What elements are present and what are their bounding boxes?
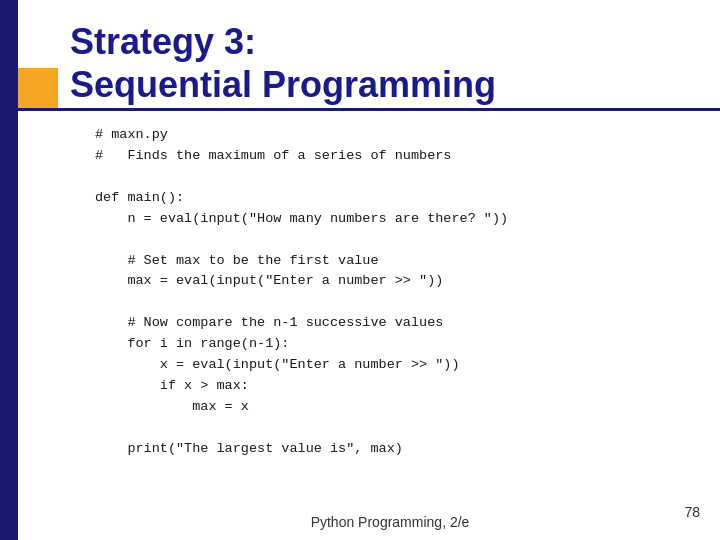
- footer: Python Programming, 2/e 78: [0, 514, 720, 530]
- title-area: Strategy 3: Sequential Programming: [70, 20, 700, 106]
- footer-page: 78: [684, 504, 700, 520]
- slide: Strategy 3: Sequential Programming # max…: [0, 0, 720, 540]
- code-line: [95, 167, 700, 188]
- code-line: [95, 230, 700, 251]
- code-line: # Now compare the n-1 successive values: [95, 313, 700, 334]
- code-line: n = eval(input("How many numbers are the…: [95, 209, 700, 230]
- code-line: for i in range(n-1):: [95, 334, 700, 355]
- code-line: # Set max to be the first value: [95, 251, 700, 272]
- code-line: x = eval(input("Enter a number >> ")): [95, 355, 700, 376]
- code-line: max = x: [95, 397, 700, 418]
- code-line: [95, 418, 700, 439]
- title-divider: [18, 108, 720, 111]
- code-line: # Finds the maximum of a series of numbe…: [95, 146, 700, 167]
- code-line: # maxn.py: [95, 125, 700, 146]
- left-bar: [0, 0, 18, 540]
- code-line: max = eval(input("Enter a number >> ")): [95, 271, 700, 292]
- code-line: print("The largest value is", max): [95, 439, 700, 460]
- code-line: [95, 292, 700, 313]
- accent-square: [18, 68, 58, 108]
- title-line1: Strategy 3:: [70, 20, 700, 63]
- title-line2: Sequential Programming: [70, 63, 700, 106]
- code-line: if x > max:: [95, 376, 700, 397]
- page-title: Strategy 3: Sequential Programming: [70, 20, 700, 106]
- code-block: # maxn.py# Finds the maximum of a series…: [95, 125, 700, 460]
- code-line: def main():: [95, 188, 700, 209]
- footer-text: Python Programming, 2/e: [0, 514, 720, 530]
